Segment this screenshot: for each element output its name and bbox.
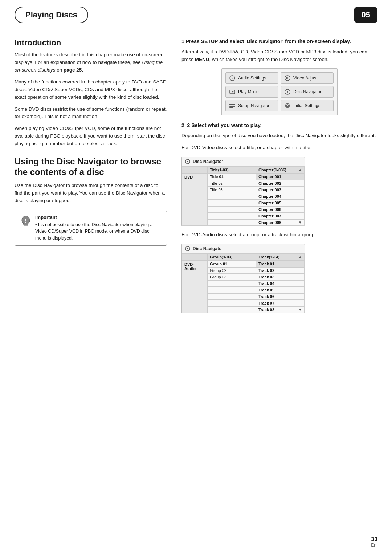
disc-navigator-section: Using the Disc Navigator to browse the c… bbox=[15, 156, 167, 246]
dvdaudio-disc-nav-table: Group(1-03) Track(1-14) ▲ DVD-Audio Grou… bbox=[182, 253, 305, 313]
initial-settings-icon bbox=[284, 102, 291, 109]
svg-text:♪: ♪ bbox=[232, 77, 233, 80]
svg-point-11 bbox=[286, 105, 289, 107]
dvd-scroll-up: ▲ bbox=[298, 168, 302, 172]
footer-lang: En bbox=[371, 543, 376, 548]
dvd-title-empty-1 bbox=[207, 193, 256, 200]
audio-settings-icon: ♪ bbox=[229, 74, 236, 82]
dvdaudio-group-2: Group 02 bbox=[207, 267, 256, 274]
dvd-title-3: Title 03 bbox=[207, 187, 256, 193]
intro-para-3: Some DVD discs restrict the use of some … bbox=[15, 106, 167, 121]
dvd-col2-header: Chapter(1-036) ▲ bbox=[256, 166, 305, 174]
step1-body: Alternatively, if a DVD-RW, CD, Video CD… bbox=[181, 48, 377, 64]
dvd-title-2: Title 02 bbox=[207, 180, 256, 187]
dvdaudio-track-1: Track 01 bbox=[256, 261, 305, 267]
dvdaudio-row-label-header bbox=[182, 253, 207, 261]
dvdaudio-group-1: Group 01 bbox=[207, 261, 256, 267]
important-icon: ! bbox=[20, 215, 32, 227]
dvdaudio-group-empty-1 bbox=[207, 280, 256, 287]
setup-navigator-icon bbox=[229, 102, 236, 109]
dvdaudio-track-4: Track 04 bbox=[256, 280, 305, 287]
page-number: 05 bbox=[354, 7, 377, 23]
important-title: Important bbox=[35, 215, 162, 220]
step2-body1: Depending on the type of disc you have l… bbox=[181, 132, 377, 140]
dvd-title-empty-4 bbox=[207, 213, 256, 219]
footer-page-number: 33 bbox=[371, 536, 377, 542]
disc-nav-description: Use the Disc Navigator to browse through… bbox=[15, 182, 167, 205]
dvdaudio-disc-navigator: Disc Navigator Group(1-03) Track(1-14) ▲… bbox=[181, 244, 305, 313]
step1-heading: 1 Press SETUP and select 'Disc Navigator… bbox=[181, 38, 377, 45]
svg-text:!: ! bbox=[25, 218, 26, 224]
dvd-disc-navigator: Disc Navigator Title(1-03) Chapter(1-036… bbox=[181, 157, 305, 226]
dvd-chapter-2: Chapter 002 bbox=[256, 180, 305, 187]
dvd-scroll-down: ▼ bbox=[298, 220, 302, 225]
step2-heading: 2 2 Select what you want to play. bbox=[181, 122, 377, 129]
dvd-row-label-header bbox=[182, 166, 207, 174]
dvdaudio-track-6: Track 06 bbox=[256, 293, 305, 300]
dvdaudio-group-empty-2 bbox=[207, 287, 256, 293]
audio-settings-label: Audio Settings bbox=[238, 76, 266, 81]
step2-body3: For DVD-Audio discs select a group, or a… bbox=[181, 231, 377, 239]
step2-body2: For DVD-Video discs select a title, or a… bbox=[181, 144, 377, 152]
svg-point-14 bbox=[187, 161, 188, 162]
initial-settings-label: Initial Settings bbox=[293, 103, 320, 108]
disc-nav-title: Using the Disc Navigator to browse the c… bbox=[15, 156, 167, 177]
dvd-col1-header: Title(1-03) bbox=[207, 166, 256, 174]
dvdaudio-scroll-down: ▼ bbox=[298, 307, 302, 312]
intro-para-2: Many of the functions covered in this ch… bbox=[15, 78, 167, 101]
main-content: Introduction Most of the features descri… bbox=[0, 38, 392, 318]
step1-section: 1 Press SETUP and select 'Disc Navigator… bbox=[181, 38, 377, 115]
dvdaudio-group-3: Group 03 bbox=[207, 274, 256, 280]
important-content: Important • It's not possible to use the… bbox=[35, 215, 162, 242]
svg-point-16 bbox=[187, 248, 188, 249]
menu-item-play-mode: Play Mode bbox=[225, 86, 278, 98]
important-text: • It's not possible to use the Disc Navi… bbox=[35, 221, 162, 242]
page-header: Playing Discs 05 bbox=[0, 0, 392, 27]
right-column: 1 Press SETUP and select 'Disc Navigator… bbox=[181, 38, 377, 318]
dvd-chapter-5: Chapter 005 bbox=[256, 200, 305, 206]
introduction-title: Introduction bbox=[15, 38, 167, 48]
dvd-chapter-4: Chapter 004 bbox=[256, 193, 305, 200]
dvd-title-1: Title 01 bbox=[207, 174, 256, 180]
menu-item-initial-settings: Initial Settings bbox=[281, 100, 334, 111]
menu-item-audio-settings: ♪ Audio Settings bbox=[225, 72, 278, 84]
dvd-title-empty-3 bbox=[207, 206, 256, 213]
dvd-chapter-7: Chapter 007 bbox=[256, 213, 305, 219]
dvdaudio-track-2: Track 02 bbox=[256, 267, 305, 274]
menu-mockup: ♪ Audio Settings Video Adjust bbox=[221, 68, 338, 115]
dvdaudio-track-8: Track 08 ▼ bbox=[256, 306, 305, 313]
important-box: ! Important • It's not possible to use t… bbox=[15, 211, 167, 246]
dvdaudio-disc-nav-header: Disc Navigator bbox=[182, 244, 305, 253]
dvd-title-empty-5 bbox=[207, 219, 256, 226]
dvdaudio-scroll-up: ▲ bbox=[298, 255, 302, 259]
menu-item-setup-navigator: Setup Navigator bbox=[225, 100, 278, 111]
dvd-chapter-1: Chapter 001 bbox=[256, 174, 305, 180]
dvdaudio-track-3: Track 03 bbox=[256, 274, 305, 280]
introduction-section: Introduction Most of the features descri… bbox=[15, 38, 167, 148]
dvdaudio-track-7: Track 07 bbox=[256, 300, 305, 306]
menu-grid: ♪ Audio Settings Video Adjust bbox=[225, 72, 334, 111]
menu-item-disc-navigator: Disc Navigator bbox=[281, 86, 334, 98]
dvdaudio-group-empty-3 bbox=[207, 293, 256, 300]
intro-para-4: When playing Video CDs/Super VCD, some o… bbox=[15, 125, 167, 148]
dvd-disc-nav-table: Title(1-03) Chapter(1-036) ▲ DVD Title 0… bbox=[182, 166, 305, 226]
dvdaudio-col1-header: Group(1-03) bbox=[207, 253, 256, 261]
svg-rect-9 bbox=[229, 106, 235, 107]
step2-section: 2 2 Select what you want to play. Depend… bbox=[181, 122, 377, 313]
video-adjust-icon bbox=[284, 74, 291, 82]
dvd-title-empty-2 bbox=[207, 200, 256, 206]
disc-navigator-icon bbox=[284, 88, 291, 95]
svg-rect-10 bbox=[229, 107, 233, 108]
dvd-chapter-8: Chapter 008 ▼ bbox=[256, 219, 305, 226]
menu-item-video-adjust: Video Adjust bbox=[281, 72, 334, 84]
svg-point-12 bbox=[285, 103, 290, 108]
disc-navigator-label: Disc Navigator bbox=[293, 89, 322, 94]
dvdaudio-type-label: DVD-Audio bbox=[182, 261, 207, 313]
left-column: Introduction Most of the features descri… bbox=[15, 38, 167, 318]
play-mode-label: Play Mode bbox=[238, 89, 259, 94]
play-mode-icon bbox=[229, 88, 236, 95]
dvd-chapter-6: Chapter 006 bbox=[256, 206, 305, 213]
dvd-disc-nav-header: Disc Navigator bbox=[182, 157, 305, 166]
dvdaudio-group-empty-4 bbox=[207, 300, 256, 306]
svg-rect-8 bbox=[229, 104, 235, 105]
